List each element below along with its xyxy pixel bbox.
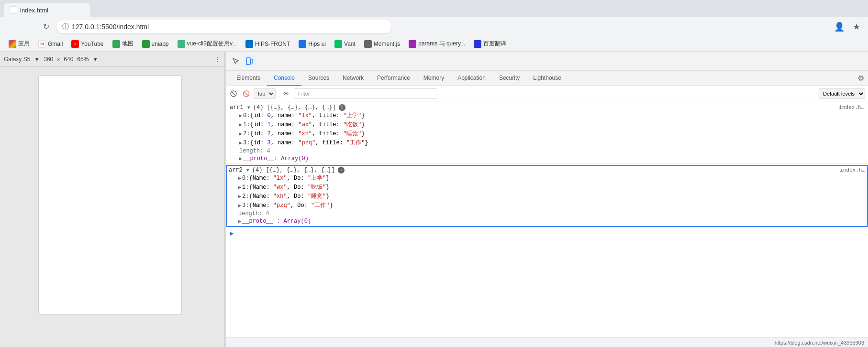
bookmark-moment[interactable]: Moment.js [360, 38, 404, 50]
more-options-icon[interactable]: ⋮ [215, 56, 221, 63]
tab-title: index.html [20, 7, 48, 14]
item1-value: {id: 1, name: "wx", title: "吃饭"} [250, 120, 365, 129]
arr1-info-icon[interactable]: i [339, 104, 345, 111]
item0-expand-icon[interactable]: ▶ [239, 113, 242, 119]
bookmark-params[interactable]: params 与 query... [405, 38, 469, 50]
context-select[interactable]: top [254, 88, 276, 99]
bookmark-uniapp-label: uniapp [152, 41, 169, 47]
arr1-collapse-icon[interactable]: ▼ [247, 105, 250, 110]
browser-right-icons: 👤 ★ [833, 20, 863, 33]
proto2-expand-icon[interactable]: ▶ [238, 218, 241, 224]
device-toggle-button[interactable] [243, 55, 256, 67]
arr2-item3-expand[interactable]: ▶ [238, 203, 241, 208]
inspect-element-button[interactable] [230, 55, 242, 67]
arr1-summary: (4) [{…}, {…}, {…}, {…}] [253, 104, 336, 111]
tab-sources[interactable]: Sources [301, 71, 336, 86]
arr2-item0-expand[interactable]: ▶ [238, 175, 241, 181]
arr2-item2-key: 2: [242, 193, 249, 200]
tab-elements[interactable]: Elements [230, 71, 267, 86]
devtools-left-icons [230, 55, 256, 67]
dropdown-icon[interactable]: ▼ [34, 56, 40, 63]
clear-console-button[interactable] [229, 89, 238, 98]
tab-network[interactable]: Network [336, 71, 370, 86]
arr2-item0-value: {Name: "lx", Do: "上学"} [249, 174, 329, 182]
gmail-icon: M [38, 40, 46, 48]
arr2-length: length: 4 [238, 210, 269, 217]
bookmark-gmail[interactable]: M Gmail [34, 38, 67, 50]
table-row: ▶ 3: {Name: "pzq", Do: "工作"} [238, 201, 865, 210]
item3-expand-icon[interactable]: ▶ [239, 140, 242, 146]
reload-button[interactable]: ↻ [39, 20, 53, 33]
svg-line-3 [232, 92, 235, 95]
tab-security[interactable]: Security [492, 71, 526, 86]
profile-icon[interactable]: 👤 [833, 20, 846, 33]
apps-icon [9, 40, 16, 48]
bookmark-hips-front[interactable]: HIPS-FRONT [242, 38, 294, 50]
dimension-x: x [57, 56, 60, 63]
filter-input[interactable] [294, 88, 437, 99]
default-levels-select[interactable]: Default levels [819, 88, 865, 99]
status-url: https://blog.csdn.net/weixin_43935903 [775, 340, 864, 346]
arr2-item1-key: 1: [242, 184, 249, 191]
eye-icon[interactable]: 👁 [281, 89, 291, 98]
status-bar: https://blog.csdn.net/weixin_43935903 [226, 337, 868, 347]
bookmark-apps[interactable]: 应用 [5, 38, 33, 50]
arr2-collapse-icon[interactable]: ▼ [246, 168, 249, 173]
arr2-proto-row: ▶ __proto__ : Array(0) [238, 217, 865, 225]
forward-button[interactable]: → [22, 20, 35, 33]
bookmark-maps[interactable]: 地图 [109, 38, 137, 50]
address-input[interactable]: ⓘ 127.0.0.1:5500/index.html [56, 20, 391, 33]
tab-console[interactable]: Console [267, 71, 301, 86]
arr1-container: arr1 ▼ (4) [{…}, {…}, {…}, {…}] i index.… [230, 104, 864, 163]
zoom-dropdown-icon[interactable]: ▼ [92, 56, 98, 63]
arr2-item1-expand[interactable]: ▶ [238, 184, 241, 190]
address-bar: ← → ↻ ⓘ 127.0.0.1:5500/index.html 👤 ★ [0, 17, 868, 36]
item0-value: {id: 0, name: "lx", title: "上学"} [250, 111, 365, 119]
bookmark-baidu[interactable]: 百度翻译 [470, 38, 510, 50]
arr2-item2-expand[interactable]: ▶ [238, 194, 241, 199]
back-button[interactable]: ← [5, 20, 18, 33]
tab-performance[interactable]: Performance [370, 71, 417, 86]
item2-expand-icon[interactable]: ▶ [239, 131, 242, 137]
uniapp-icon [142, 40, 150, 48]
item3-key: 3: [243, 140, 250, 146]
hips-ui-icon [299, 40, 306, 48]
bookmark-star-icon[interactable]: ★ [850, 20, 863, 33]
tab-bar: index.html [0, 0, 868, 17]
arr2-item3-value: {Name: "pzq", Do: "工作"} [249, 201, 333, 209]
arr2-label: arr2 [229, 167, 243, 174]
bookmark-gmail-label: Gmail [48, 41, 63, 47]
console-log-arr2: arr2 ▼ (4) [{…}, {…}, {…}, {…}] i index.… [226, 165, 868, 227]
browser-tab[interactable]: index.html [4, 3, 90, 17]
devtools-settings-icon[interactable]: ⚙ [857, 74, 864, 83]
table-row: ▶ 2: {Name: "xh", Do: "睡觉"} [238, 192, 865, 201]
arr2-info-icon[interactable]: i [338, 167, 345, 174]
no-filter-button[interactable]: 🚫 [241, 89, 251, 98]
table-row: ▶ 0: {id: 0, name: "lx", title: "上学"} [239, 111, 864, 120]
vant-icon [334, 40, 342, 48]
arr2-length-row: length: 4 [238, 210, 865, 217]
devtools-top-toolbar [226, 52, 868, 71]
bookmark-baidu-label: 百度翻译 [483, 40, 506, 48]
tab-memory[interactable]: Memory [417, 71, 451, 86]
tab-lighthouse[interactable]: Lighthouse [526, 71, 568, 86]
proto1-expand-icon[interactable]: ▶ [239, 156, 242, 162]
hips-front-icon [245, 40, 253, 48]
bookmark-params-label: params 与 query... [418, 40, 465, 48]
tab-application[interactable]: Application [451, 71, 492, 86]
prompt-arrow-icon: ► [230, 230, 234, 238]
console-prompt[interactable]: ► [226, 228, 868, 239]
console-toolbar: 🚫 top 👁 Default levels [226, 86, 868, 101]
bookmark-uniapp[interactable]: uniapp [138, 38, 173, 50]
youtube-icon [71, 40, 79, 48]
bookmark-hips-ui[interactable]: Hips ui [295, 38, 330, 50]
arr2-item0-key: 0: [242, 175, 249, 182]
bookmark-youtube[interactable]: YouTube [67, 38, 107, 50]
arr1-source: index.h… [834, 105, 864, 110]
bookmark-vant[interactable]: Vant [331, 38, 359, 50]
item1-expand-icon[interactable]: ▶ [239, 122, 242, 128]
device-name: Galaxy S5 [4, 56, 30, 63]
arr1-proto: __proto__: Array(0) [243, 155, 309, 162]
bookmark-vue[interactable]: vue-cli3配置使用v... [174, 38, 241, 50]
table-row: ▶ 2: {id: 2, name: "xh", title: "睡觉"} [239, 129, 864, 138]
